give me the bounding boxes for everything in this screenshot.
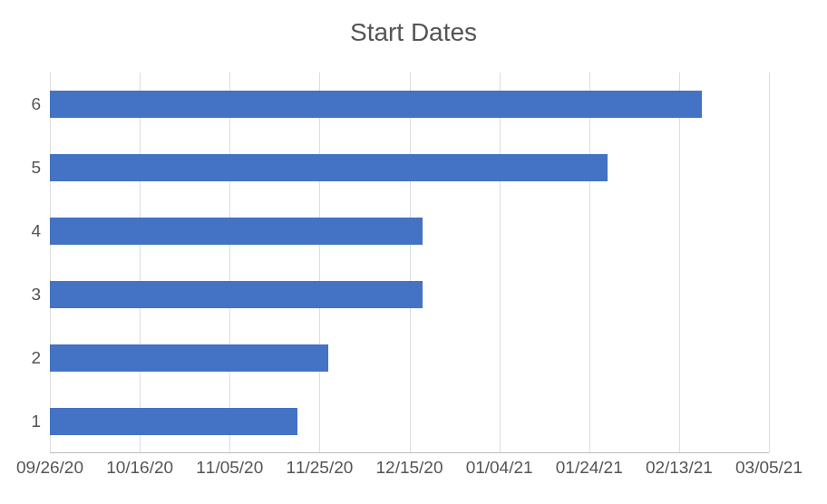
x-axis-labels: 09/26/2010/16/2011/05/2011/25/2012/15/20… <box>9 458 818 485</box>
bar-row: 4 <box>50 199 769 263</box>
bar <box>50 91 702 119</box>
gridline <box>769 73 770 452</box>
bar <box>50 344 328 373</box>
y-tick-label: 1 <box>23 412 41 431</box>
bar <box>50 154 608 182</box>
bar-row: 2 <box>50 326 769 390</box>
bar-row: 5 <box>50 136 769 199</box>
x-tick-label: 12/15/20 <box>376 458 443 478</box>
bar <box>50 281 423 309</box>
bar-row: 1 <box>50 390 769 453</box>
x-tick-label: 10/16/20 <box>106 458 173 478</box>
y-tick-label: 3 <box>23 285 41 305</box>
plot-area: 123456 <box>50 73 769 453</box>
y-tick-label: 2 <box>23 348 41 368</box>
x-tick-label: 01/04/21 <box>466 458 533 478</box>
y-tick-label: 6 <box>23 94 41 114</box>
chart-container: Start Dates 123456 09/26/2010/16/2011/05… <box>0 0 827 504</box>
bar-row: 6 <box>50 73 769 136</box>
bar <box>50 408 297 436</box>
x-tick-label: 01/24/21 <box>556 458 623 478</box>
x-tick-label: 11/05/20 <box>196 458 263 478</box>
y-tick-label: 4 <box>23 221 41 241</box>
y-tick-label: 5 <box>23 158 41 178</box>
bar <box>50 218 423 246</box>
x-tick-label: 02/13/21 <box>646 458 713 478</box>
x-tick-label: 09/26/20 <box>16 458 83 478</box>
bar-row: 3 <box>50 263 769 326</box>
chart-title: Start Dates <box>9 18 818 47</box>
x-tick-label: 11/25/20 <box>286 458 353 478</box>
x-tick-label: 03/05/21 <box>735 458 803 478</box>
